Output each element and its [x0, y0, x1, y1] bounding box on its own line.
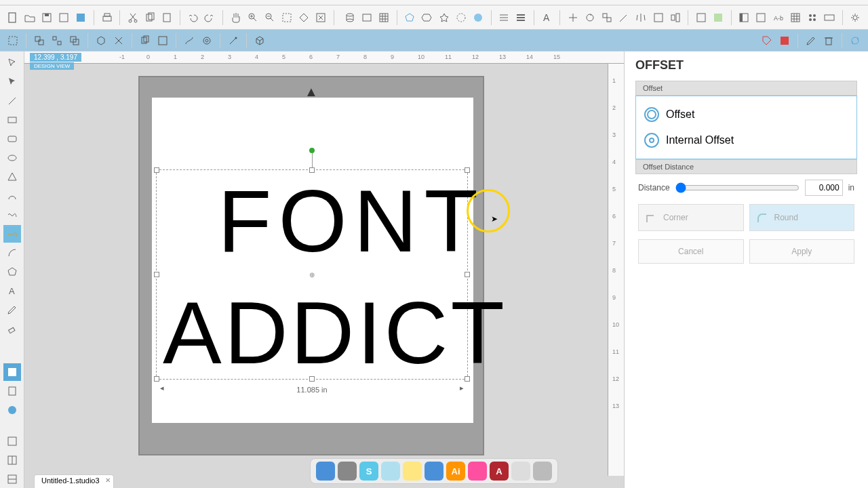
line-style2-icon[interactable]	[514, 10, 528, 25]
dock-item[interactable]: S	[359, 462, 378, 481]
transform3-icon[interactable]	[599, 10, 614, 25]
hexagon-icon[interactable]	[420, 10, 434, 25]
edit-points-icon[interactable]	[3, 73, 21, 91]
draw-tool-icon[interactable]	[3, 301, 21, 319]
new-icon[interactable]	[5, 10, 20, 25]
text-line-1[interactable]: FONT	[218, 170, 485, 272]
resize-handle-bl[interactable]	[154, 376, 159, 382]
corner-button[interactable]: Corner	[638, 204, 744, 231]
library-icon[interactable]	[3, 363, 21, 381]
pentagon-icon[interactable]	[403, 10, 417, 25]
pan-icon[interactable]	[229, 10, 243, 25]
grid-icon[interactable]	[788, 10, 802, 25]
scale-icon[interactable]	[651, 10, 665, 25]
select-tool-icon[interactable]	[3, 54, 21, 72]
redo-icon[interactable]	[203, 10, 217, 25]
text-line-2[interactable]: ADDICT	[163, 282, 507, 384]
view1-icon[interactable]	[3, 432, 21, 450]
magic-icon[interactable]	[226, 33, 241, 48]
cube-icon[interactable]	[252, 33, 267, 48]
zoom-fit-icon[interactable]	[297, 10, 311, 25]
gear-icon[interactable]	[848, 10, 863, 25]
layer2-icon[interactable]	[711, 10, 725, 25]
panel2-icon[interactable]	[754, 10, 768, 25]
canvas[interactable]: 12.399 , 3.197 DESIGN VIEW -101234567891…	[24, 52, 624, 488]
star-icon[interactable]	[437, 10, 451, 25]
line-tool-icon[interactable]	[3, 92, 21, 110]
view2-icon[interactable]	[3, 451, 21, 469]
apply-button[interactable]: Apply	[749, 239, 855, 264]
arc-tool-icon[interactable]	[3, 244, 21, 262]
dock-item[interactable]	[316, 462, 335, 481]
clone-icon[interactable]	[155, 33, 170, 48]
preview-icon[interactable]	[74, 10, 88, 25]
print-icon[interactable]	[100, 10, 114, 25]
resize-handle-mr[interactable]	[465, 272, 470, 277]
text-tool-icon[interactable]: A	[3, 282, 21, 300]
zoom-out-icon[interactable]	[262, 10, 277, 25]
mirror-icon[interactable]	[634, 10, 648, 25]
text-icon[interactable]: A	[540, 10, 554, 25]
resize-handle-tl[interactable]	[154, 167, 159, 173]
selection-bounds[interactable]: ⊕ FONT ADDICT	[156, 169, 468, 380]
paste-icon[interactable]	[159, 10, 174, 25]
shape-grid-icon[interactable]	[376, 10, 391, 25]
circle-fill-icon[interactable]	[471, 10, 485, 25]
tab-close-icon[interactable]: ✕	[105, 476, 111, 484]
panel1-icon[interactable]	[737, 10, 751, 25]
knife-icon[interactable]	[617, 10, 631, 25]
zoom-select-icon[interactable]	[280, 10, 294, 25]
pattern-icon[interactable]	[805, 10, 819, 25]
dup-icon[interactable]	[138, 33, 153, 48]
compound-icon[interactable]	[67, 33, 82, 48]
ungroup-icon[interactable]	[50, 33, 64, 48]
transform1-icon[interactable]	[566, 10, 580, 25]
freehand2-tool-icon[interactable]	[3, 225, 21, 243]
tag-icon[interactable]	[760, 33, 774, 48]
target-icon[interactable]	[199, 33, 214, 48]
fit-canvas-icon[interactable]	[314, 10, 328, 25]
offset-option[interactable]: Offset	[642, 102, 851, 127]
copy-icon[interactable]	[142, 10, 157, 25]
burst-icon[interactable]	[454, 10, 468, 25]
panel3-icon[interactable]: A-b	[771, 10, 785, 25]
dock-item[interactable]	[425, 462, 443, 481]
dock-item[interactable]	[468, 462, 487, 481]
dock-item[interactable]	[403, 462, 422, 481]
open-icon[interactable]	[22, 10, 37, 25]
resize-handle-ml[interactable]	[154, 272, 159, 277]
dock-item[interactable]	[533, 462, 552, 481]
break-icon[interactable]	[111, 33, 126, 48]
saveas-icon[interactable]	[57, 10, 71, 25]
keyboard-icon[interactable]	[823, 10, 837, 25]
rrect-tool-icon[interactable]	[3, 130, 21, 148]
globe-icon[interactable]	[3, 401, 21, 419]
pentagon-tool-icon[interactable]	[3, 263, 21, 281]
sync-icon[interactable]	[848, 33, 863, 48]
rotate-handle[interactable]	[309, 148, 315, 153]
internal-offset-option[interactable]: Internal Offset	[642, 127, 851, 153]
freehand-tool-icon[interactable]	[3, 206, 21, 224]
shape-cyl-icon[interactable]	[342, 10, 357, 25]
undo-icon[interactable]	[186, 10, 200, 25]
pencil-icon[interactable]	[804, 33, 818, 48]
save-icon[interactable]	[39, 10, 54, 25]
dock-item[interactable]	[381, 462, 400, 481]
shape-rect-icon[interactable]	[359, 10, 374, 25]
curve-tool-icon[interactable]	[3, 187, 21, 205]
round-button[interactable]: Round	[749, 204, 855, 231]
transform2-icon[interactable]	[583, 10, 597, 25]
book-icon[interactable]	[3, 382, 21, 400]
poly-tool-icon[interactable]	[3, 168, 21, 186]
ellipse-tool-icon[interactable]	[3, 149, 21, 167]
cancel-button[interactable]: Cancel	[638, 239, 744, 264]
rect-tool-icon[interactable]	[3, 111, 21, 129]
dock-item[interactable]: A	[490, 462, 509, 481]
select-mode-icon[interactable]	[5, 33, 20, 48]
layer1-icon[interactable]	[694, 10, 708, 25]
zoom-in-icon[interactable]	[245, 10, 260, 25]
align-icon[interactable]	[668, 10, 682, 25]
cut-icon[interactable]	[125, 10, 140, 25]
3d-icon[interactable]	[94, 33, 108, 48]
eraser-tool-icon[interactable]	[3, 320, 21, 338]
